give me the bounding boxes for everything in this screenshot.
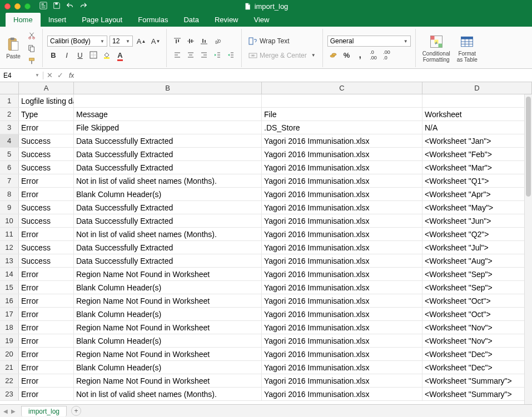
- cell[interactable]: Yagori 2016 Immunisation.xlsx: [262, 134, 422, 147]
- save-icon[interactable]: [53, 2, 61, 11]
- cell[interactable]: Error: [19, 361, 74, 374]
- italic-button[interactable]: I: [61, 49, 73, 61]
- name-box[interactable]: E4 ▼: [0, 72, 43, 79]
- cell[interactable]: Error: [19, 334, 74, 347]
- align-bottom-button[interactable]: [198, 36, 210, 47]
- ribbon-tab-review[interactable]: Review: [207, 13, 246, 27]
- cell[interactable]: Error: [19, 388, 74, 400]
- align-left-button[interactable]: [171, 49, 183, 61]
- cell[interactable]: <Worksheet "Dec">: [422, 361, 532, 374]
- accept-formula-icon[interactable]: ✓: [57, 71, 63, 79]
- increase-decimal-button[interactable]: .0.00: [367, 49, 380, 61]
- cell[interactable]: Yagori 2016 Immunisation.xlsx: [262, 201, 422, 214]
- cell[interactable]: <Worksheet "Nov">: [422, 321, 532, 334]
- cancel-formula-icon[interactable]: ✕: [47, 71, 53, 79]
- cell[interactable]: Not in list of valid sheet names (Months…: [74, 174, 262, 187]
- cell[interactable]: Success: [19, 254, 74, 267]
- font-size-combo[interactable]: 12▼: [110, 36, 133, 47]
- row-header[interactable]: 10: [0, 214, 19, 227]
- cell[interactable]: Yagori 2016 Immunisation.xlsx: [262, 308, 422, 320]
- decrease-decimal-button[interactable]: .00.0: [381, 49, 393, 61]
- conditional-formatting-button[interactable]: ≠ Conditional Formatting: [420, 33, 453, 64]
- increase-font-button[interactable]: A▲: [135, 36, 147, 47]
- number-format-combo[interactable]: General▼: [327, 36, 411, 47]
- cell[interactable]: Yagori 2016 Immunisation.xlsx: [262, 294, 422, 307]
- underline-button[interactable]: U: [74, 49, 86, 61]
- cell[interactable]: Not in list of valid sheet names (Months…: [74, 228, 262, 240]
- cell[interactable]: Not in list of valid sheet names (Months…: [74, 388, 262, 400]
- cell[interactable]: Blank Column Header(s): [74, 308, 262, 320]
- column-header[interactable]: C: [262, 82, 422, 94]
- cell[interactable]: [74, 94, 262, 107]
- paste-button[interactable]: Paste: [3, 36, 23, 61]
- cell[interactable]: Error: [19, 281, 74, 294]
- cell[interactable]: File Skipped: [74, 121, 262, 134]
- align-center-button[interactable]: [185, 49, 197, 61]
- column-header[interactable]: A: [19, 82, 74, 94]
- cell[interactable]: Yagori 2016 Immunisation.xlsx: [262, 148, 422, 160]
- row-header[interactable]: 13: [0, 254, 19, 267]
- cell[interactable]: <Worksheet "Dec">: [422, 348, 532, 360]
- format-painter-button[interactable]: [26, 56, 38, 67]
- cell[interactable]: <Worksheet "Aug">: [422, 254, 532, 267]
- row-header[interactable]: 7: [0, 174, 19, 187]
- cell[interactable]: Blank Column Header(s): [74, 334, 262, 347]
- cell[interactable]: Worksheet: [422, 108, 532, 120]
- row-header[interactable]: 1: [0, 94, 19, 107]
- cell[interactable]: Yagori 2016 Immunisation.xlsx: [262, 174, 422, 187]
- cell[interactable]: Blank Column Header(s): [74, 188, 262, 200]
- cell[interactable]: Region Name Not Found in Worksheet: [74, 374, 262, 387]
- cell[interactable]: Data Successfully Extracted: [74, 161, 262, 174]
- sheet-tab[interactable]: import_log: [21, 406, 67, 416]
- cell[interactable]: Yagori 2016 Immunisation.xlsx: [262, 281, 422, 294]
- ribbon-tab-home[interactable]: Home: [6, 13, 41, 27]
- font-name-combo[interactable]: Calibri (Body)▼: [47, 36, 107, 47]
- row-header[interactable]: 21: [0, 361, 19, 374]
- font-color-button[interactable]: A: [114, 49, 126, 61]
- cell[interactable]: Data Successfully Extracted: [74, 254, 262, 267]
- bold-button[interactable]: B: [47, 49, 59, 61]
- cell[interactable]: Error: [19, 174, 74, 187]
- cell[interactable]: Region Name Not Found in Worksheet: [74, 348, 262, 360]
- file-menu-icon[interactable]: [39, 2, 47, 11]
- row-header[interactable]: 12: [0, 241, 19, 254]
- cell[interactable]: Yagori 2016 Immunisation.xlsx: [262, 188, 422, 200]
- cell[interactable]: Data Successfully Extracted: [74, 214, 262, 227]
- add-sheet-button[interactable]: +: [71, 406, 81, 416]
- cell[interactable]: Error: [19, 348, 74, 360]
- cell[interactable]: Region Name Not Found in Worksheet: [74, 268, 262, 280]
- fill-color-button[interactable]: [101, 49, 113, 61]
- cell[interactable]: <Worksheet "May">: [422, 201, 532, 214]
- row-header[interactable]: 22: [0, 374, 19, 387]
- percent-button[interactable]: %: [341, 49, 353, 61]
- cell[interactable]: Success: [19, 161, 74, 174]
- cell[interactable]: Yagori 2016 Immunisation.xlsx: [262, 334, 422, 347]
- row-header[interactable]: 16: [0, 294, 19, 307]
- next-sheet-button[interactable]: ▶: [10, 408, 17, 414]
- row-header[interactable]: 2: [0, 108, 19, 120]
- prev-sheet-button[interactable]: ◀: [2, 408, 9, 414]
- ribbon-tab-page-layout[interactable]: Page Layout: [74, 13, 130, 27]
- row-header[interactable]: 23: [0, 388, 19, 400]
- cell[interactable]: <Worksheet "Jun">: [422, 214, 532, 227]
- cell[interactable]: <Worksheet "Oct">: [422, 308, 532, 320]
- row-header[interactable]: 20: [0, 348, 19, 360]
- cell[interactable]: Yagori 2016 Immunisation.xlsx: [262, 161, 422, 174]
- row-header[interactable]: 15: [0, 281, 19, 294]
- row-header[interactable]: 4: [0, 134, 19, 147]
- ribbon-tab-view[interactable]: View: [246, 13, 277, 27]
- cell[interactable]: Yagori 2016 Immunisation.xlsx: [262, 228, 422, 240]
- formula-input[interactable]: [74, 72, 532, 79]
- row-header[interactable]: 11: [0, 228, 19, 240]
- cell[interactable]: Data Successfully Extracted: [74, 134, 262, 147]
- maximize-button[interactable]: [24, 3, 31, 9]
- cell[interactable]: Yagori 2016 Immunisation.xlsx: [262, 241, 422, 254]
- cell[interactable]: N/A: [422, 121, 532, 134]
- cell[interactable]: Error: [19, 268, 74, 280]
- cell[interactable]: Blank Column Header(s): [74, 361, 262, 374]
- cell[interactable]: Region Name Not Found in Worksheet: [74, 294, 262, 307]
- close-button[interactable]: [4, 3, 11, 9]
- row-header[interactable]: 8: [0, 188, 19, 200]
- orientation-button[interactable]: ab: [211, 36, 223, 47]
- cell[interactable]: Yagori 2016 Immunisation.xlsx: [262, 361, 422, 374]
